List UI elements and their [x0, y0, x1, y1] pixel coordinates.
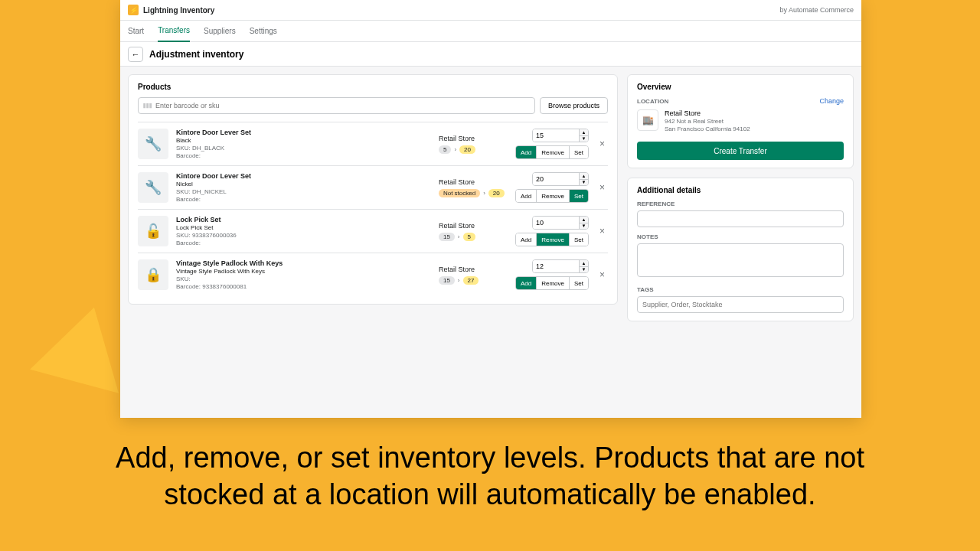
stock-location: Retail Store [439, 222, 508, 230]
store-icon: 🏬 [637, 109, 658, 131]
remove-product-button[interactable]: × [596, 226, 608, 236]
chevron-right-icon: › [458, 277, 460, 284]
qty-up[interactable]: ▲ [580, 129, 588, 136]
product-variant: Vintage Style Padlock With Keys [176, 268, 431, 275]
back-button[interactable]: ← [128, 47, 143, 62]
overview-card: Overview LOCATION Change 🏬 Retail Store … [627, 74, 854, 168]
qty-up[interactable]: ▲ [580, 260, 588, 267]
remove-product-button[interactable]: × [596, 139, 608, 149]
tab-transfers[interactable]: Transfers [158, 21, 190, 42]
chevron-right-icon: › [454, 146, 456, 153]
remove-button[interactable]: Remove [537, 233, 570, 246]
reference-input[interactable] [637, 210, 844, 227]
stock-to-pill: 20 [459, 145, 475, 154]
location-addr1: 942 Not a Real Street [665, 118, 750, 125]
titlebar: ← Adjustment inventory [120, 42, 861, 67]
qty-down[interactable]: ▼ [580, 180, 588, 186]
product-sku: SKU: DH_NICKEL [176, 188, 431, 195]
product-barcode: Barcode: 9338376000081 [176, 283, 431, 290]
location-name: Retail Store [665, 109, 750, 117]
remove-button[interactable]: Remove [537, 277, 570, 289]
remove-button[interactable]: Remove [537, 190, 570, 202]
vendor-label: by Automate Commerce [779, 6, 854, 14]
lightning-icon: ⚡ [128, 5, 139, 15]
qty-down[interactable]: ▼ [580, 136, 588, 142]
product-sku: SKU: 9338376000036 [176, 232, 431, 239]
nav-tabs: Start Transfers Suppliers Settings [120, 21, 861, 42]
location-label: LOCATION [637, 98, 668, 105]
remove-product-button[interactable]: × [596, 269, 608, 280]
product-thumb: 🔧 [138, 172, 168, 203]
stock-to-pill: 27 [463, 276, 479, 285]
remove-product-button[interactable]: × [596, 182, 608, 193]
details-card: Additional details REFERENCE NOTES TAGS [627, 178, 854, 321]
add-button[interactable]: Add [516, 190, 537, 202]
set-button[interactable]: Set [570, 146, 588, 158]
qty-up[interactable]: ▲ [580, 217, 588, 223]
app-header: ⚡ Lightning Inventory by Automate Commer… [120, 0, 861, 21]
app-window: ⚡ Lightning Inventory by Automate Commer… [120, 0, 861, 418]
qty-input[interactable] [533, 260, 579, 272]
product-row: 🔧Kintore Door Lever SetBlackSKU: DH_BLAC… [138, 122, 608, 165]
products-card: Products ⦀⦀⦀ Browse products 🔧Kintore Do… [128, 74, 618, 305]
qty-input[interactable] [533, 217, 579, 229]
tab-settings[interactable]: Settings [250, 21, 277, 42]
product-row: 🔒Vintage Style Padlock With KeysVintage … [138, 253, 608, 296]
set-button[interactable]: Set [570, 233, 588, 246]
location-addr2: San Francisco California 94102 [665, 126, 750, 132]
tags-input[interactable] [637, 296, 844, 313]
qty-up[interactable]: ▲ [580, 173, 588, 180]
tags-label: TAGS [637, 286, 844, 293]
qty-input[interactable] [533, 129, 579, 142]
add-button[interactable]: Add [516, 146, 537, 158]
content: Products ⦀⦀⦀ Browse products 🔧Kintore Do… [120, 67, 861, 418]
products-title: Products [138, 83, 608, 91]
product-variant: Black [176, 137, 431, 144]
stock-from-pill: 5 [439, 145, 451, 154]
stock-location: Retail Store [439, 135, 508, 142]
overview-title: Overview [637, 83, 844, 91]
product-thumb: 🔓 [138, 216, 168, 246]
add-button[interactable]: Add [516, 277, 537, 289]
search-box[interactable]: ⦀⦀⦀ [138, 97, 535, 114]
tab-start[interactable]: Start [128, 21, 144, 42]
page-title: Adjustment inventory [149, 49, 243, 60]
reference-label: REFERENCE [637, 201, 844, 207]
product-row: 🔧Kintore Door Lever SetNickelSKU: DH_NIC… [138, 165, 608, 209]
product-thumb: 🔧 [138, 129, 168, 159]
qty-box: ▲▼ [532, 172, 589, 186]
change-location-link[interactable]: Change [819, 97, 844, 105]
qty-box: ▲▼ [532, 129, 589, 142]
chevron-right-icon: › [458, 233, 460, 240]
stock-from-pill: 15 [439, 233, 455, 241]
qty-input[interactable] [533, 173, 579, 185]
barcode-icon: ⦀⦀⦀ [143, 102, 152, 110]
product-sku: SKU: [176, 276, 431, 282]
qty-box: ▲▼ [532, 216, 589, 230]
qty-box: ▲▼ [532, 259, 589, 273]
qty-down[interactable]: ▼ [580, 267, 588, 273]
stock-to-pill: 5 [463, 233, 475, 241]
tab-suppliers[interactable]: Suppliers [204, 21, 236, 42]
set-button[interactable]: Set [570, 277, 588, 289]
stock-from-pill: 15 [439, 276, 455, 285]
add-button[interactable]: Add [516, 233, 537, 246]
marketing-caption: Add, remove, or set inventory levels. Pr… [0, 440, 980, 513]
stock-location: Retail Store [439, 266, 508, 273]
search-input[interactable] [155, 102, 530, 109]
stock-location: Retail Store [439, 178, 508, 186]
product-variant: Nickel [176, 181, 431, 187]
qty-down[interactable]: ▼ [580, 223, 588, 230]
set-button[interactable]: Set [570, 190, 588, 202]
product-barcode: Barcode: [176, 152, 431, 159]
product-sku: SKU: DH_BLACK [176, 145, 431, 152]
remove-button[interactable]: Remove [537, 146, 570, 158]
create-transfer-button[interactable]: Create Transfer [637, 142, 844, 160]
stock-to-pill: 20 [488, 189, 505, 197]
product-thumb: 🔒 [138, 259, 168, 290]
notes-input[interactable] [637, 243, 844, 277]
browse-button[interactable]: Browse products [540, 97, 608, 114]
stock-from-pill: Not stocked [439, 189, 480, 197]
product-barcode: Barcode: [176, 196, 431, 203]
details-title: Additional details [637, 186, 844, 194]
